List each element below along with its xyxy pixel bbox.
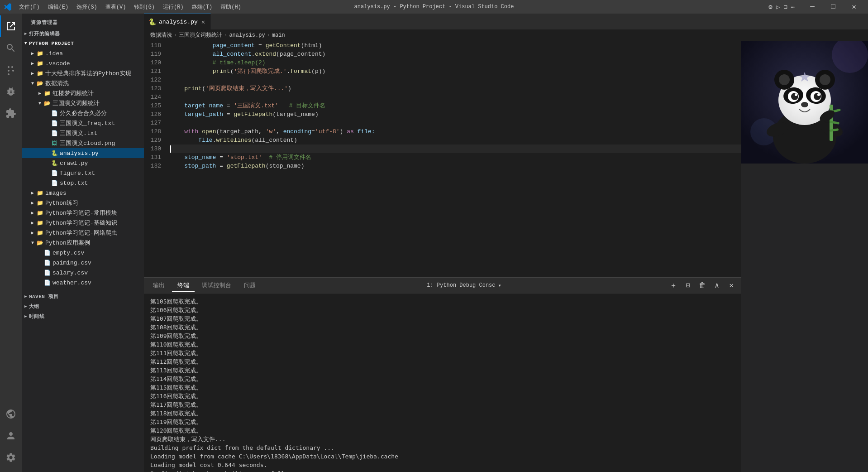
section-open-editors[interactable]: ▶ 打开的编辑器: [22, 29, 144, 39]
tree-redmansion[interactable]: ▶ 📁 红楼梦词频统计: [22, 88, 144, 98]
code-line-126: target_path = getFilepath(target_name): [170, 110, 741, 119]
tree-dataclean[interactable]: ▼ 📂 数据清洗: [22, 78, 144, 88]
menu-view[interactable]: 查看(V): [102, 2, 130, 12]
close-button[interactable]: ✕: [844, 0, 864, 14]
analysis-arrow: [43, 149, 51, 157]
cloud-img-icon: 🖼: [51, 140, 58, 147]
tree-pyexercise[interactable]: ▶ 📁 Python练习: [22, 198, 144, 208]
figure-arrow: [43, 169, 51, 177]
maximize-button[interactable]: □: [823, 0, 844, 14]
terminal-split-button[interactable]: ⊟: [682, 279, 694, 292]
tree-pylearning2[interactable]: ▶ 📁 Python学习笔记-基础知识: [22, 218, 144, 228]
terminal-close-button[interactable]: ✕: [725, 279, 738, 292]
pyex-folder-icon: 📁: [36, 199, 43, 207]
menu-select[interactable]: 选择(S): [73, 2, 101, 12]
tab-debug-console[interactable]: 调试控制台: [196, 279, 237, 291]
breadcrumb-item-3[interactable]: main: [272, 32, 285, 39]
activity-extensions[interactable]: [0, 102, 22, 124]
breadcrumb-item-0[interactable]: 数据清洗: [150, 31, 172, 39]
tree-pylearning3[interactable]: ▶ 📁 Python学习笔记-网络爬虫: [22, 228, 144, 238]
tree-paiming-csv[interactable]: 📄 paiming.csv: [22, 258, 144, 268]
tree-figure[interactable]: 📄 figure.txt: [22, 168, 144, 178]
tree-pyapps[interactable]: ▼ 📂 Python应用案例: [22, 238, 144, 248]
menu-run[interactable]: 运行(R): [159, 2, 187, 12]
pyl1-arrow: ▶: [29, 209, 36, 217]
tree-sanguo-txt[interactable]: 📄 三国演义.txt: [22, 128, 144, 138]
tree-empty-csv[interactable]: 📄 empty.csv: [22, 248, 144, 258]
tab-analysis[interactable]: 🐍 analysis.py ✕: [144, 14, 211, 29]
menu-edit[interactable]: 编辑(E): [44, 2, 72, 12]
terminal-panel-label: 1: Python Debug Consc ▾: [427, 282, 501, 289]
line-numbers: 118 119 120 121 122 123 124 125 126 127 …: [144, 41, 167, 277]
terminal-add-button[interactable]: ＋: [667, 279, 680, 292]
tree-freq[interactable]: 📄 三国演义_freq.txt: [22, 118, 144, 128]
terminal-line: 第113回爬取完成。: [150, 366, 735, 375]
images-arrow: ▶: [29, 189, 36, 197]
vscode-arrow: ▶: [29, 60, 36, 67]
terminal-trash-button[interactable]: 🗑: [696, 279, 709, 292]
pyapps-arrow: ▼: [29, 239, 36, 246]
run-icon[interactable]: ▷: [776, 3, 780, 11]
redmansion-folder-icon: 📁: [43, 90, 51, 97]
tab-terminal[interactable]: 终端: [172, 279, 195, 292]
tab-output[interactable]: 输出: [148, 279, 170, 291]
code-content[interactable]: page_content = getContent(html) all_cont…: [167, 41, 741, 277]
more-icon[interactable]: ⋯: [791, 3, 795, 11]
stop-file-icon: 📄: [51, 179, 58, 187]
tree-algorithms[interactable]: ▶ 📁 十大经典排序算法的Python实现: [22, 68, 144, 78]
pyl2-folder-icon: 📁: [36, 219, 43, 226]
settings-sync-icon[interactable]: ⚙: [768, 3, 772, 11]
analysis-py-icon: 🐍: [51, 149, 58, 157]
activity-accounts[interactable]: [0, 425, 22, 447]
menu-help[interactable]: 帮助(H): [217, 2, 245, 12]
svg-point-15: [791, 93, 798, 100]
tree-sanguo[interactable]: ▼ 📂 三国演义词频统计: [22, 98, 144, 108]
section-outline[interactable]: ▶ 大纲: [22, 301, 144, 311]
minimize-button[interactable]: ─: [802, 0, 823, 14]
svg-point-20: [801, 102, 808, 107]
tree-bixiu[interactable]: 📄 分久必合合久必分: [22, 108, 144, 118]
breadcrumb-item-2[interactable]: analysis.py: [229, 32, 265, 39]
tab-problems[interactable]: 问题: [238, 279, 261, 291]
tree-weather-csv[interactable]: 📄 weather.csv: [22, 278, 144, 288]
breadcrumb-item-1[interactable]: 三国演义词频统计: [179, 31, 222, 39]
panda-svg: [741, 41, 868, 164]
tree-pylearning1[interactable]: ▶ 📁 Python学习笔记-常用模块: [22, 208, 144, 218]
section-timeline[interactable]: ▶ 时间线: [22, 311, 144, 321]
menu-goto[interactable]: 转到(G): [130, 2, 158, 12]
title-bar-menu[interactable]: 文件(F) 编辑(E) 选择(S) 查看(V) 转到(G) 运行(R) 终端(T…: [15, 2, 245, 12]
terminal-maximize-button[interactable]: ∧: [711, 279, 723, 292]
activity-scm[interactable]: [0, 59, 22, 81]
tree-vscode[interactable]: ▶ 📁 .vscode: [22, 58, 144, 68]
tree-analysis[interactable]: 🐍 analysis.py: [22, 148, 144, 158]
section-maven[interactable]: ▶ MAVEN 项目: [22, 291, 144, 301]
window-controls[interactable]: ─ □ ✕: [802, 0, 864, 14]
tree-cloud[interactable]: 🖼 三国演义cloud.png: [22, 138, 144, 148]
terminal-body[interactable]: 第105回爬取完成。第106回爬取完成。第107回爬取完成。第108回爬取完成。…: [144, 294, 741, 472]
code-line-119: all_content.extend(page_content): [170, 50, 741, 58]
salary-csv-arrow: [36, 269, 43, 276]
terminal-controls: ＋ ⊟ 🗑 ∧ ✕: [667, 279, 738, 292]
code-editor[interactable]: 118 119 120 121 122 123 124 125 126 127 …: [144, 41, 741, 277]
layout-icon[interactable]: ⊟: [783, 3, 787, 11]
cloud-arrow: [43, 140, 51, 147]
svg-point-17: [795, 93, 797, 96]
terminal-dropdown-icon[interactable]: ▾: [498, 282, 501, 289]
tree-idea[interactable]: ▶ 📁 .idea: [22, 48, 144, 58]
menu-terminal[interactable]: 终端(T): [188, 2, 216, 12]
activity-debug[interactable]: [0, 81, 22, 102]
section-python-project[interactable]: ▼ PYTHON PROJECT: [22, 39, 144, 48]
pyl3-arrow: ▶: [29, 229, 36, 236]
tree-stop[interactable]: 📄 stop.txt: [22, 178, 144, 188]
tree-images[interactable]: ▶ 📁 images: [22, 188, 144, 198]
tree-salary-csv[interactable]: 📄 salary.csv: [22, 268, 144, 278]
activity-explorer[interactable]: [0, 15, 22, 37]
code-line-128: with open(target_path, 'w', encoding='ut…: [170, 127, 741, 136]
breadcrumb-sep-2: ›: [267, 32, 270, 39]
tree-crawl[interactable]: 🐍 crawl.py: [22, 158, 144, 168]
activity-settings[interactable]: [0, 447, 22, 468]
tab-analysis-close[interactable]: ✕: [200, 17, 206, 27]
activity-search[interactable]: [0, 37, 22, 59]
menu-file[interactable]: 文件(F): [15, 2, 43, 12]
activity-remote[interactable]: [0, 403, 22, 425]
